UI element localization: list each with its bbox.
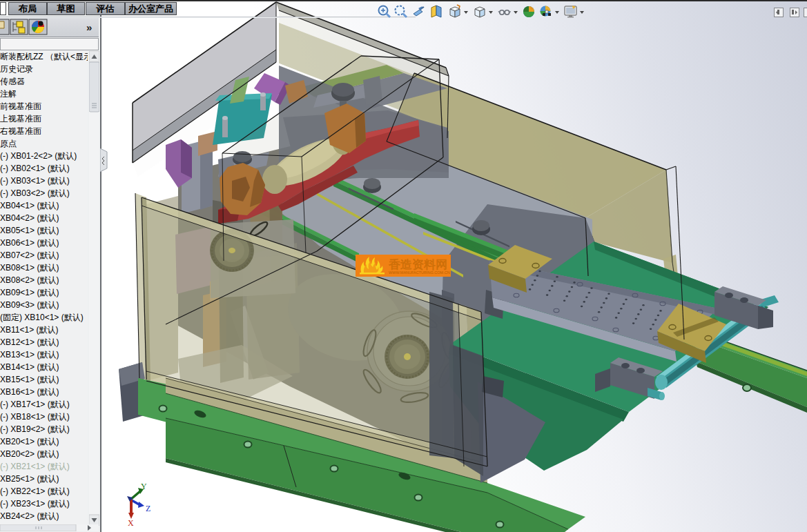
svg-text:Y: Y — [141, 482, 147, 491]
svg-text:WWW.MANUFACTURING.COM.CN: WWW.MANUFACTURING.COM.CN — [389, 270, 450, 275]
svg-text:香造资料网: 香造资料网 — [388, 258, 447, 271]
svg-text:Z: Z — [146, 504, 150, 513]
svg-text:»: » — [86, 21, 92, 33]
svg-text:X: X — [128, 518, 134, 528]
